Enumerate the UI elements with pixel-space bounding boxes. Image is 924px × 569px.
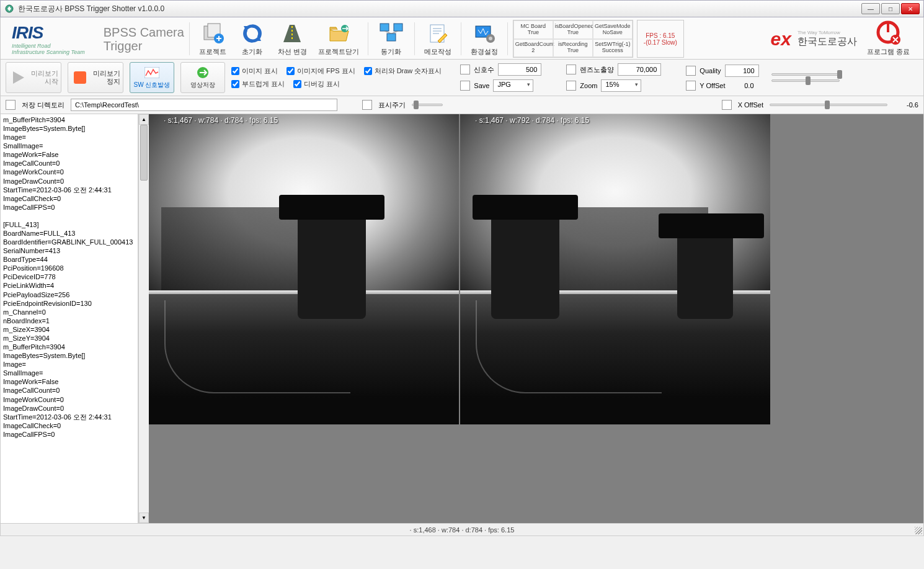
- titlebar: 한국도로공사 BPSS Trigger Shotter v1.0.0.0 — □…: [0, 0, 924, 17]
- iris-sub: Intelligent RoadInfrastructure Scanning …: [12, 43, 85, 55]
- project-icon: [200, 21, 225, 46]
- chk-debug[interactable]: 디버깅 표시: [293, 79, 340, 89]
- cycle-slider[interactable]: [412, 104, 443, 106]
- svg-point-19: [489, 37, 492, 40]
- path-bar: 저장 디렉토리 표시주기 X OffSet -0.6: [0, 96, 924, 114]
- cycle-label: 표시주기: [378, 101, 406, 110]
- kec-logo: The Way ToMorrow 한국도로공사: [797, 30, 857, 48]
- svg-line-11: [384, 31, 391, 34]
- lens-input[interactable]: [618, 63, 661, 76]
- lens-toggle[interactable]: [566, 65, 576, 74]
- xoffset-slider[interactable]: [770, 104, 887, 106]
- svg-line-12: [391, 31, 398, 34]
- stop-icon: [71, 68, 89, 87]
- cycle-toggle[interactable]: [362, 100, 372, 110]
- status-recording: isRecordingTrue: [553, 39, 593, 58]
- save-format-dropdown[interactable]: JPG: [493, 79, 533, 92]
- signal-count-input[interactable]: [498, 63, 541, 76]
- app-title: BPSS CameraTrigger: [95, 25, 184, 53]
- quality-input[interactable]: [725, 65, 759, 77]
- svg-rect-8: [380, 24, 389, 31]
- app-icon: [4, 4, 14, 14]
- ribbon-sync[interactable]: 동기화: [373, 20, 409, 58]
- svg-rect-5: [218, 36, 220, 41]
- settings-icon: [472, 21, 497, 46]
- save-arrow-icon: [193, 65, 212, 80]
- sw-signal-button[interactable]: SW 신호발생: [130, 62, 174, 93]
- savedir-input[interactable]: [71, 99, 337, 111]
- brand-logo-block: IRIS Intelligent RoadInfrastructure Scan…: [6, 20, 91, 58]
- yoffset-label: Y OffSet: [700, 82, 725, 89]
- quality-toggle[interactable]: [686, 66, 696, 76]
- yoffset-slider[interactable]: [771, 79, 840, 82]
- yoffset-value: 0.0: [729, 82, 754, 89]
- chk-fps-on-image[interactable]: 이미지에 FPS 표시: [287, 66, 355, 76]
- play-icon: [9, 68, 27, 87]
- window-title: 한국도로공사 BPSS Trigger Shotter v1.0.0.0: [18, 4, 164, 14]
- statusbar: · s:1,468 · w:784 · d:784 · fps: 6.15: [0, 524, 924, 536]
- status-savemode: GetSaveModeNoSave: [593, 20, 633, 39]
- right-image-overlay: · s:1,467 · w:792 · d:784 · fps: 6.15: [471, 114, 593, 127]
- ribbon-settings[interactable]: 환경설정: [466, 20, 502, 58]
- zoom-toggle[interactable]: [566, 81, 576, 91]
- log-scrollbar[interactable]: ▲ ▼: [138, 114, 149, 523]
- svg-rect-9: [394, 24, 402, 31]
- ribbon-close-project[interactable]: 프로젝트닫기: [314, 20, 363, 58]
- save-video-button[interactable]: 영상저장: [180, 62, 225, 93]
- xoffset-label: X OffSet: [738, 101, 763, 109]
- refresh-icon: [240, 21, 265, 46]
- xoffset-toggle[interactable]: [722, 100, 732, 110]
- preview-stop-button[interactable]: 미리보기정지: [68, 62, 123, 93]
- content-area: m_BufferPitch=3904 ImageBytes=System.Byt…: [0, 114, 924, 524]
- zoom-label: Zoom: [580, 82, 597, 89]
- ribbon-exit[interactable]: 프로그램 종료: [863, 20, 913, 58]
- camera-image-left: [149, 114, 459, 424]
- fps-box: FPS : 6.15 -(0.17 Slow): [637, 20, 684, 58]
- ribbon-memo[interactable]: 메모작성: [420, 20, 456, 58]
- chk-show-image[interactable]: 이미지 표시: [231, 66, 278, 76]
- exit-icon: [876, 21, 900, 46]
- folder-close-icon: [326, 21, 351, 46]
- memo-icon: [425, 21, 450, 46]
- ribbon-lane-change[interactable]: 차선 변경: [274, 20, 311, 58]
- status-mcboard: MC BoardTrue: [513, 20, 553, 39]
- svg-rect-21: [887, 22, 889, 32]
- quality-label: Quality: [700, 67, 721, 74]
- save-label: Save: [474, 82, 489, 89]
- savedir-label: 저장 디렉토리: [22, 101, 64, 110]
- status-boardcount: GetBoardCount2: [513, 39, 553, 58]
- lens-label: 렌즈노출양: [580, 65, 614, 74]
- minimize-button[interactable]: —: [861, 3, 880, 14]
- control-bar: 미리보기시작 미리보기정지 SW 신호발생 영상저장 이미지 표시 이미지에 F…: [0, 60, 924, 96]
- road-icon: [280, 21, 304, 46]
- chk-draw-numbers[interactable]: 처리와 Draw 숫자표시: [364, 66, 442, 76]
- zoom-dropdown[interactable]: 15%: [601, 79, 641, 92]
- signal-icon: [143, 65, 161, 80]
- left-image-overlay: · s:1,467 · w:784 · d:784 · fps: 6.15: [160, 114, 282, 127]
- status-swtrig: SetSWTrig(-1)Success: [593, 39, 633, 58]
- quality-slider[interactable]: [771, 73, 840, 76]
- ribbon-init[interactable]: 초기화: [234, 20, 270, 58]
- svg-rect-10: [387, 34, 396, 41]
- maximize-button[interactable]: □: [881, 3, 900, 14]
- chk-smooth[interactable]: 부드럽게 표시: [231, 79, 285, 89]
- preview-start-button[interactable]: 미리보기시작: [6, 62, 61, 93]
- iris-logo: IRIS: [12, 23, 85, 43]
- xoffset-value: -0.6: [894, 101, 918, 109]
- ex-logo: ex: [771, 29, 791, 50]
- status-grid: MC BoardTrue isBoardOpenedTrue GetSaveMo…: [513, 20, 633, 58]
- signal-count-toggle[interactable]: [460, 65, 470, 74]
- ribbon-project[interactable]: 프로젝트: [195, 20, 231, 58]
- savedir-toggle[interactable]: [6, 100, 16, 110]
- yoffset-toggle[interactable]: [686, 81, 696, 91]
- signal-count-label: 신호수: [474, 65, 494, 74]
- status-boardopened: isBoardOpenedTrue: [553, 20, 593, 39]
- close-button[interactable]: ✕: [901, 3, 920, 14]
- ribbon: IRIS Intelligent RoadInfrastructure Scan…: [0, 17, 924, 60]
- log-panel: m_BufferPitch=3904 ImageBytes=System.Byt…: [1, 114, 138, 523]
- image-viewer: · s:1,467 · w:784 · d:784 · fps: 6.15 · …: [149, 114, 923, 523]
- statusbar-text: · s:1,468 · w:784 · d:784 · fps: 6.15: [410, 526, 515, 534]
- svg-rect-23: [74, 71, 86, 84]
- sync-icon: [379, 21, 404, 46]
- save-toggle[interactable]: [460, 81, 470, 91]
